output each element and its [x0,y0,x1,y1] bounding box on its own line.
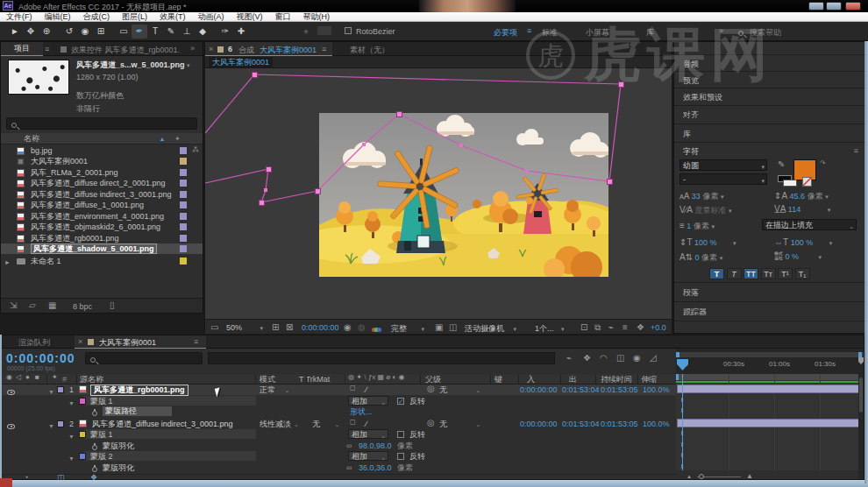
property-name-selected[interactable]: 蒙版路径 [103,406,172,416]
list-item[interactable]: 大风车案例0001 [1,156,203,166]
always-preview-icon[interactable]: ▭ [210,323,218,332]
mode-header[interactable]: 模式 [260,374,275,385]
all-caps-button[interactable]: TT [743,268,758,279]
magnification-dropdown[interactable]: 50% ▾ [226,323,263,332]
property-name[interactable]: 蒙版羽化 [103,462,134,473]
mask-shape-value[interactable]: 形状... [350,406,373,417]
panel-character[interactable]: 字符 [683,146,699,158]
motion-blur-icon[interactable]: ◉ [633,354,641,363]
layer-bar-1[interactable] [677,385,863,393]
mask-mode-dropdown[interactable]: 相加⌄ [348,429,388,439]
share-view-icon[interactable]: ⊡ [580,323,587,332]
lock-icon[interactable]: 6 [228,45,232,53]
feather-value[interactable]: 98.0,98.0 [359,441,392,451]
track-area[interactable]: I I I I I I [676,374,864,470]
link-dimensions-icon[interactable]: ∞ [346,462,352,473]
tab-footage[interactable]: 素材（无） [350,45,389,56]
duration-header[interactable]: 持续时间 [601,374,632,385]
selection-tool-icon[interactable]: ► [7,25,23,39]
rotobezier-checkbox[interactable] [345,27,352,34]
pen-tool-icon[interactable]: ✒ [132,25,147,39]
feather-value[interactable]: 36.0,36.0 [359,462,392,473]
menu-effect[interactable]: 效果(T) [153,12,192,22]
transparency-grid-icon[interactable]: ◫ [449,323,457,332]
out-value[interactable]: 0:01:53:04 [562,419,600,429]
roto-brush-tool-icon[interactable]: ✑ [217,25,233,39]
navigator-bar[interactable] [676,352,864,357]
frame-blending-icon[interactable]: ◫ [616,354,624,363]
blend-mode-dropdown[interactable]: 正常 ⌄ [260,385,289,396]
tab-timeline-comp[interactable]: × 大风车案例0001 ≡ [75,335,206,349]
mask-row[interactable]: ▼ 蒙版 2 相加⌄ 反转 [1,451,676,462]
shy-layers-icon[interactable]: ◠ [600,354,608,363]
viewer-canvas[interactable] [205,68,672,319]
graph-editor-icon[interactable]: ◿ [650,354,657,363]
mask-name[interactable]: 蒙版 1 [90,396,113,406]
subscript-button[interactable]: T₁ [795,268,810,279]
menu-layer[interactable]: 图层(L) [116,12,153,22]
draft-3d-icon[interactable]: ❖ [583,354,591,363]
invert-checkbox[interactable] [397,453,404,460]
current-timecode[interactable]: 0:00:00:00 [6,351,75,365]
in-value[interactable]: 0:00:00:00 [520,385,558,395]
grid-guides-icon[interactable]: ⊞ [272,323,279,332]
mask-color-swatch[interactable] [79,431,86,438]
leading-field[interactable]: ⇕A 45.6 像素 ▾ [774,191,829,202]
puppet-tool-icon[interactable]: ✚ [233,25,249,39]
timeline-tab-close-icon[interactable]: × [78,337,82,346]
superscript-button[interactable]: T¹ [778,268,793,279]
tab-effect-controls[interactable]: 效果控件 风车多通道_rgb0001. [71,45,180,56]
panel-libraries[interactable]: 库 [683,129,691,140]
list-item[interactable]: bg.jpg⁂ [1,145,203,156]
stroke-style-dropdown[interactable]: 在描边上填充⌄ [762,219,857,230]
stretch-value[interactable]: 100.0% [643,385,670,395]
timeline-search-input[interactable] [85,352,203,364]
workspace-essentials[interactable]: 必要项 [494,27,517,39]
navigator-start-handle[interactable] [676,352,679,357]
channels-icon[interactable] [372,325,381,334]
menu-window[interactable]: 窗口 [269,12,297,22]
list-item[interactable]: 风车多通道_diffuse indirect_3_0001.png [1,189,203,200]
list-item-folder[interactable]: ►未命名 1 [1,256,203,266]
layer-bar-2[interactable] [677,419,863,427]
time-ruler[interactable]: 0s 00:30s 01:00s 01:30s [676,349,864,374]
mask-visibility-icon[interactable]: ⊠ [286,323,293,332]
timeline-panel-menu-icon[interactable]: ≡ [194,337,198,346]
font-family-dropdown[interactable]: 幼圆▾ [679,159,767,171]
brush-tool-icon[interactable]: ✎ [163,25,179,39]
swap-colors-icon[interactable]: ↷ [820,159,826,167]
panel-paragraph[interactable]: 段落 [683,287,699,299]
mask-color-swatch[interactable] [79,398,86,405]
source-name-header[interactable]: 源名称 [80,374,103,385]
zoom-slider-handle[interactable] [699,474,704,479]
comp-marker-button[interactable] [858,357,864,364]
tracking-field[interactable]: V̲A̲ 114 ▾ [774,205,830,214]
property-row[interactable]: 蒙版羽化 ∞ 98.0,98.0 像素 [1,441,676,451]
list-item[interactable]: 风车多通道_rgb0001.png [1,233,203,244]
tab-close-icon[interactable]: × [209,45,213,53]
camera-tool-icon[interactable]: ◉ [77,25,93,39]
timeline-scrollbar[interactable] [858,374,864,479]
stroke-swatch[interactable] [783,180,797,187]
menu-edit[interactable]: 编辑(E) [39,12,77,22]
breadcrumb[interactable]: 大风车案例0001 [209,57,273,67]
quality-slash[interactable]: ∕ [366,419,367,429]
viewer-timecode[interactable]: 0:00:00:00 [302,323,339,332]
list-item[interactable]: 风车多通道_environment_4_0001.png [1,211,203,222]
mask-mode-dropdown[interactable]: 相加⌄ [348,451,388,461]
property-name[interactable]: 蒙版羽化 [103,441,134,451]
zoom-out-mountain-icon[interactable]: ▲ [687,474,692,479]
panel-tracker[interactable]: 跟踪器 [683,307,707,318]
project-panel-menu-icon[interactable]: ≡ [45,45,49,53]
camera-dropdown[interactable]: 活动摄像机 ▾ [465,323,516,335]
link-dimensions-icon[interactable]: ∞ [346,441,352,451]
list-item[interactable]: 风车多通道_diffuse direct_2_0001.png [1,178,203,188]
fast-previews-icon[interactable]: ⌁ [608,323,614,332]
stretch-header[interactable]: 伸缩 [641,374,657,385]
mask-row[interactable]: ▼ 蒙版 1 相加⌄ ✓ 反转 [1,396,676,406]
zoom-in-mountain-icon[interactable]: ▲ [746,472,753,480]
menu-file[interactable]: 文件(F) [0,12,39,22]
maximize-button[interactable] [826,2,842,12]
resolution-dropdown[interactable]: 完整 ▾ [391,323,424,335]
trkmat-header[interactable]: T TrkMat [299,374,330,385]
